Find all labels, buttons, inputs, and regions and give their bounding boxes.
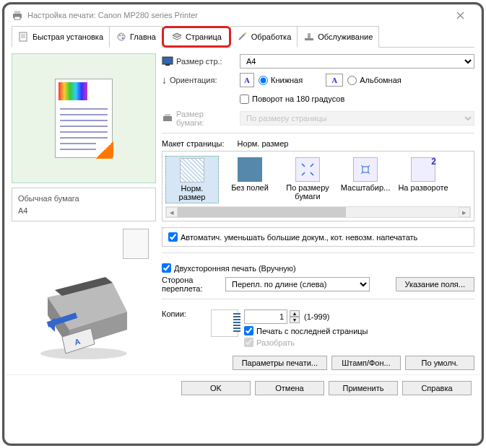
layout-scaled[interactable]: Масштабир... (339, 156, 392, 203)
monitor-icon (162, 56, 173, 66)
paper-size-select: По размеру страницы (240, 111, 474, 126)
copies-icon (211, 309, 238, 337)
spin-up-icon[interactable]: ▲ (290, 310, 300, 317)
from-last-checkbox[interactable]: Печать с последней страницы (244, 326, 368, 335)
page-size-label: Размер стр.: (162, 56, 234, 66)
svg-point-7 (122, 38, 123, 39)
margin-button[interactable]: Указание поля... (396, 277, 474, 291)
copies-label: Копии: (162, 309, 205, 318)
landscape-radio[interactable]: Альбомная (347, 76, 402, 85)
titlebar: Настройка печати: Canon MP280 series Pri… (4, 4, 482, 26)
layout-pane: Норм. размер Без полей По размеру бумаги… (162, 151, 474, 221)
layout-label-row: Макет страницы: Норм. размер (162, 139, 474, 148)
print-params-button[interactable]: Параметры печати... (233, 356, 327, 370)
svg-rect-14 (165, 64, 170, 66)
layout-scrollbar[interactable]: ◂ ▸ (165, 206, 471, 218)
page-size-select[interactable]: A4 (240, 54, 474, 69)
palette-icon (116, 32, 127, 42)
defaults-button[interactable]: По умолч. (405, 356, 474, 370)
layers-icon (171, 32, 183, 42)
svg-rect-13 (162, 57, 173, 64)
svg-point-5 (119, 35, 121, 36)
tools-icon (303, 32, 315, 42)
tab-process[interactable]: Обработка (230, 26, 298, 48)
svg-rect-9 (305, 38, 313, 40)
duplex-checkbox[interactable]: Двухсторонняя печать (Вручную) (162, 263, 474, 273)
dialog-footer: OK Отмена Применить Справка (4, 374, 482, 401)
close-icon (456, 12, 464, 19)
svg-point-4 (118, 33, 125, 40)
tab-quick-setup[interactable]: Быстрая установка (12, 26, 110, 48)
tab-main[interactable]: Главна (109, 26, 162, 48)
mini-preview (123, 229, 149, 259)
svg-rect-17 (363, 167, 368, 172)
svg-point-6 (122, 35, 123, 36)
auto-reduce-checkbox[interactable]: Автоматич. уменьшать большие докум., кот… (168, 232, 417, 242)
svg-rect-15 (163, 116, 172, 121)
ok-button[interactable]: OK (181, 381, 251, 395)
layout-fit-page[interactable]: По размеру бумаги (281, 156, 334, 203)
svg-rect-16 (165, 114, 170, 116)
window-title: Настройка печати: Canon MP280 series Pri… (27, 11, 198, 19)
spin-down-icon[interactable]: ▼ (290, 317, 300, 323)
svg-point-8 (244, 32, 246, 35)
svg-rect-1 (14, 11, 20, 14)
svg-rect-10 (308, 33, 311, 38)
layout-booklet[interactable]: На развороте (396, 156, 450, 203)
printer-small-icon (162, 113, 173, 123)
layout-normal[interactable]: Норм. размер (165, 156, 219, 203)
layout-borderless[interactable]: Без полей (223, 156, 277, 203)
tab-service[interactable]: Обслуживание (297, 26, 379, 48)
binding-side-select[interactable]: Перепл. по длине (слева) (225, 277, 370, 291)
svg-rect-2 (14, 17, 20, 19)
tab-page[interactable]: Страница (162, 26, 231, 48)
rotate180-checkbox[interactable]: Поворот на 180 градусов (240, 95, 344, 104)
scroll-left-icon[interactable]: ◂ (166, 207, 178, 217)
close-button[interactable] (446, 4, 474, 26)
stamp-button[interactable]: Штамп/Фон... (331, 356, 401, 370)
tabs: Быстрая установка Главна Страница Обрабо… (12, 26, 474, 48)
wand-icon (237, 32, 248, 42)
scroll-right-icon[interactable]: ▸ (459, 207, 470, 217)
page-preview (12, 53, 156, 183)
doc-icon (18, 32, 30, 42)
collate-checkbox: Разобрать (244, 338, 368, 347)
portrait-radio[interactable]: Книжная (259, 76, 303, 85)
portrait-icon: A (240, 73, 254, 87)
printer-image: A (12, 265, 156, 366)
paper-info: Обычная бумага A4 (12, 188, 156, 221)
copies-input[interactable] (244, 309, 287, 324)
copies-range: (1-999) (304, 312, 329, 321)
printer-icon (12, 10, 23, 20)
svg-point-11 (40, 348, 127, 359)
copies-spinner[interactable]: ▲▼ (244, 309, 300, 324)
paper-size-label: Размербумаги: (162, 110, 234, 127)
binding-side-label: Сторонапереплета: (162, 276, 220, 293)
help-button[interactable]: Справка (402, 381, 472, 395)
orientation-label: ↓ Ориентация: (162, 74, 234, 86)
cancel-button[interactable]: Отмена (255, 381, 324, 395)
apply-button[interactable]: Применить (329, 381, 398, 395)
landscape-icon: A (326, 74, 343, 87)
svg-rect-3 (19, 32, 27, 41)
